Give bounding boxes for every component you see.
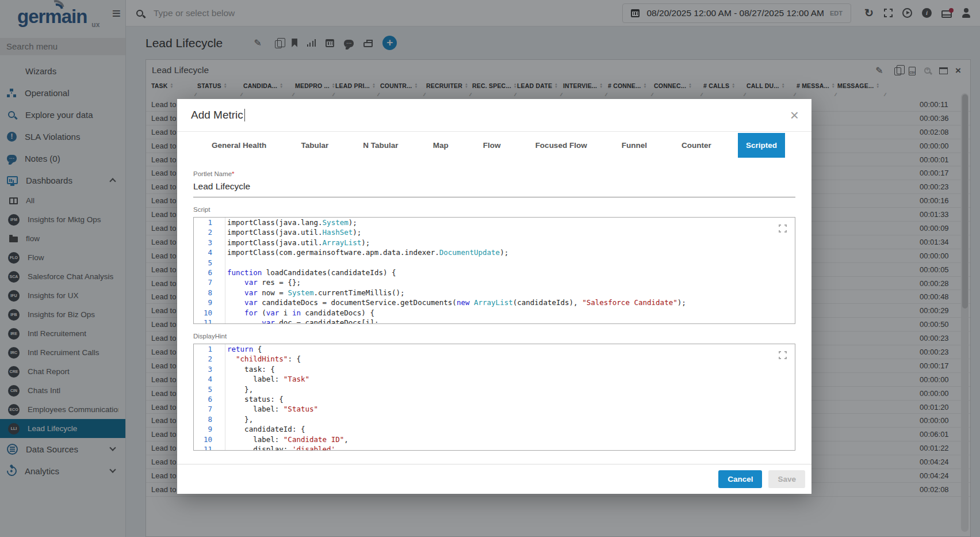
code-line: 9 candidateId: { [194, 424, 795, 434]
code-line: 3 task: { [194, 364, 795, 374]
line-number: 11 [194, 444, 220, 451]
tab-funnel[interactable]: Funnel [614, 133, 655, 158]
code-text: }, [220, 384, 253, 394]
code-text [220, 258, 227, 268]
line-number: 8 [194, 288, 220, 298]
modal-body: Portlet Name* Lead Lifecycle Script 1imp… [177, 158, 811, 464]
line-number: 1 [194, 218, 220, 227]
line-number: 4 [194, 374, 220, 384]
code-text: "childHints": { [220, 354, 301, 364]
code-text: importClass(java.lang.System); [220, 218, 357, 227]
code-text: var res = {}; [220, 277, 301, 287]
line-number: 2 [194, 227, 220, 237]
modal-footer: Cancel Save [177, 464, 811, 494]
code-text: task: { [220, 364, 275, 374]
code-text: importClass(java.util.ArrayList); [220, 238, 370, 247]
code-line: 10 label: "Candidate ID", [194, 435, 795, 444]
code-line: 11 var doc = candidateDocs[i]; [194, 318, 795, 324]
line-number: 3 [194, 238, 220, 247]
displayhint-label: DisplayHint [193, 333, 795, 340]
line-number: 5 [194, 384, 220, 394]
code-line: 4 label: "Task" [194, 374, 795, 384]
code-line: 5 }, [194, 384, 795, 394]
code-line: 8 }, [194, 414, 795, 424]
editor-expand-icon[interactable] [779, 351, 787, 359]
code-line: 5 [194, 258, 795, 268]
code-line: 1importClass(java.lang.System); [194, 218, 795, 227]
required-asterisk: * [232, 170, 234, 177]
line-number: 4 [194, 247, 220, 257]
code-text: display: 'disabled' [220, 444, 335, 451]
code-line: 10 for (var i in candidateDocs) { [194, 308, 795, 318]
code-text: return { [220, 344, 262, 354]
code-line: 2 "childHints": { [194, 354, 795, 364]
tab-general-health[interactable]: General Health [204, 133, 274, 158]
code-text: label: "Status" [220, 404, 318, 414]
modal-title-input[interactable]: Add Metric [191, 109, 243, 121]
metric-type-tabs: General HealthTabularN TabularMapFlowFoc… [177, 132, 811, 158]
code-line: 3importClass(java.util.ArrayList); [194, 238, 795, 247]
code-text: var candidateDocs = documentService.getD… [220, 298, 686, 307]
line-number: 10 [194, 435, 220, 444]
line-number: 3 [194, 364, 220, 374]
code-text: function loadCandidates(candidateIds) { [220, 268, 396, 277]
line-number: 6 [194, 268, 220, 277]
save-button[interactable]: Save [768, 470, 805, 488]
code-text: var doc = candidateDocs[i]; [220, 318, 378, 324]
line-number: 10 [194, 308, 220, 318]
code-text: label: "Candidate ID", [220, 435, 349, 444]
code-text: importClass(java.util.HashSet); [220, 227, 361, 237]
code-line: 2importClass(java.util.HashSet); [194, 227, 795, 237]
line-number: 11 [194, 318, 220, 324]
script-label: Script [193, 206, 795, 213]
modal-header: Add Metric × [177, 99, 811, 132]
displayhint-code-editor[interactable]: 1return {2 "childHints": {3 task: {4 lab… [193, 344, 795, 451]
cancel-button[interactable]: Cancel [718, 470, 762, 488]
code-text: }, [220, 414, 253, 424]
tab-n-tabular[interactable]: N Tabular [355, 133, 406, 158]
code-line: 6 status: { [194, 394, 795, 404]
code-line: 6function loadCandidates(candidateIds) { [194, 268, 795, 277]
code-line: 7 var res = {}; [194, 277, 795, 287]
code-text: candidateId: { [220, 424, 305, 434]
editor-expand-icon[interactable] [779, 224, 787, 233]
tab-tabular[interactable]: Tabular [293, 133, 336, 158]
code-text: label: "Task" [220, 374, 309, 384]
code-text: var now = System.currentTimeMillis(); [220, 288, 405, 298]
code-text: importClass(com.germainsoftware.apm.data… [220, 247, 508, 257]
portlet-name-label: Portlet Name* [193, 170, 795, 177]
add-metric-modal: Add Metric × General HealthTabularN Tabu… [177, 99, 811, 494]
code-line: 7 label: "Status" [194, 404, 795, 414]
tab-flow[interactable]: Flow [475, 133, 509, 158]
modal-close-icon[interactable]: × [790, 109, 799, 121]
tab-map[interactable]: Map [425, 133, 457, 158]
code-line: 4importClass(com.germainsoftware.apm.dat… [194, 247, 795, 257]
code-line: 9 var candidateDocs = documentService.ge… [194, 298, 795, 307]
tab-focused-flow[interactable]: Focused Flow [527, 133, 595, 158]
code-text: for (var i in candidateDocs) { [220, 308, 374, 318]
line-number: 6 [194, 394, 220, 404]
line-number: 8 [194, 414, 220, 424]
tab-counter[interactable]: Counter [673, 133, 719, 158]
line-number: 7 [194, 404, 220, 414]
code-line: 11 display: 'disabled' [194, 444, 795, 451]
portlet-name-input[interactable]: Lead Lifecycle [193, 177, 795, 197]
code-line: 8 var now = System.currentTimeMillis(); [194, 288, 795, 298]
code-line: 1return { [194, 344, 795, 354]
line-number: 9 [194, 424, 220, 434]
tab-scripted[interactable]: Scripted [738, 133, 785, 158]
line-number: 9 [194, 298, 220, 307]
line-number: 7 [194, 277, 220, 287]
line-number: 5 [194, 258, 220, 268]
text-caret [244, 109, 246, 121]
code-text: status: { [220, 394, 284, 404]
line-number: 1 [194, 344, 220, 354]
line-number: 2 [194, 354, 220, 364]
script-code-editor[interactable]: 1importClass(java.lang.System);2importCl… [193, 217, 795, 324]
